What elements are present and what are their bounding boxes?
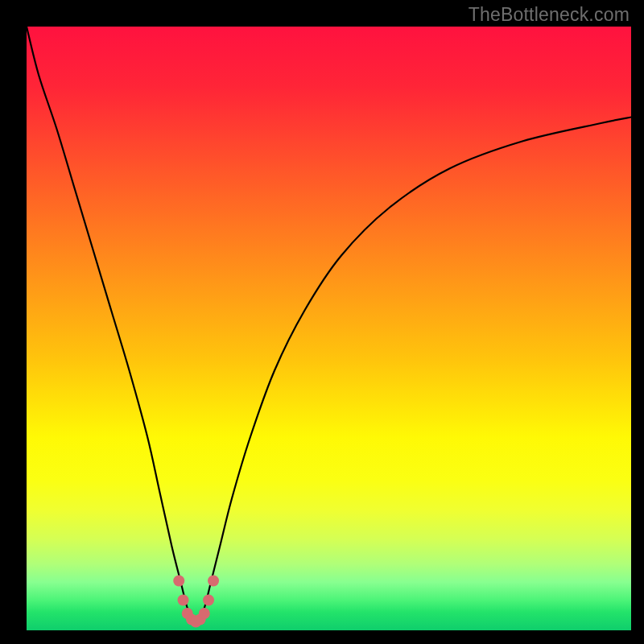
chart-frame: TheBottleneck.com	[0, 0, 644, 644]
plot-area	[27, 27, 631, 630]
valley-marker	[178, 595, 189, 606]
valley-marker	[173, 576, 184, 587]
valley-marker	[208, 576, 219, 587]
bottleneck-curve	[27, 27, 631, 630]
valley-marker	[199, 608, 210, 619]
watermark-text: TheBottleneck.com	[469, 4, 630, 26]
valley-marker	[203, 595, 214, 606]
